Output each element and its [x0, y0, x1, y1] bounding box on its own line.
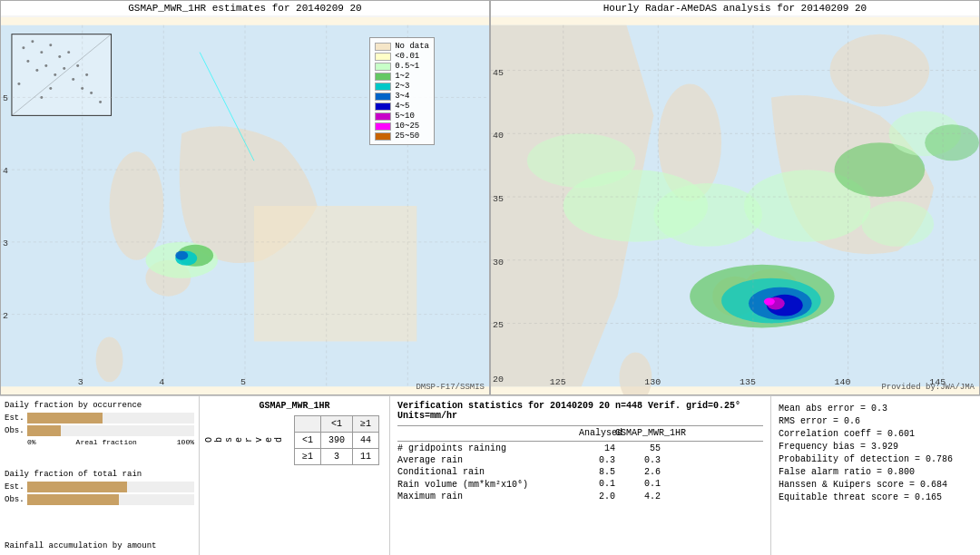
- occurrence-obs-row: Obs.: [5, 425, 194, 436]
- svg-point-67: [925, 124, 979, 161]
- ct-col2-header: ≥1: [353, 416, 379, 433]
- stats-h-gsmap: GSMAP_MWR_1HR: [615, 428, 661, 438]
- stats-val1-4: 2.0: [579, 492, 615, 501]
- stats-row-4: Maximum rain 2.0 4.2: [397, 492, 763, 501]
- rain-obs-row: Obs.: [5, 494, 194, 505]
- legend-color-05: [375, 63, 391, 71]
- svg-point-66: [861, 201, 934, 247]
- stats-header-row: Analysed GSMAP_MWR_1HR: [397, 428, 763, 438]
- legend-color-4: [375, 102, 391, 111]
- svg-point-13: [54, 73, 56, 76]
- rstat-5: False alarm ratio = 0.800: [779, 467, 973, 477]
- right-map-title: Hourly Radar-AMeDAS analysis for 2014020…: [491, 1, 979, 15]
- stats-val1-3: 0.1: [579, 479, 615, 490]
- svg-point-12: [44, 64, 47, 67]
- rain-obs-bar: [27, 494, 194, 505]
- svg-point-15: [72, 78, 74, 81]
- legend-color-5: [375, 112, 391, 121]
- rain-est-label: Est.: [5, 482, 27, 492]
- bottom-left-charts: Daily fraction by occurrence Est. Obs. 0…: [0, 396, 200, 555]
- legend-item-nodata: No data: [375, 42, 429, 51]
- stats-val1-0: 14: [579, 443, 615, 453]
- ver-stats-title: Verification statistics for 20140209 20 …: [397, 401, 763, 421]
- stats-h-blank: [397, 428, 579, 438]
- legend-color-1: [375, 73, 391, 81]
- svg-point-19: [67, 51, 70, 54]
- rain-est-bar: [27, 482, 194, 492]
- legend-item-3: 3~4: [375, 92, 429, 101]
- right-map-panel: Hourly Radar-AMeDAS analysis for 2014020…: [490, 0, 980, 395]
- stats-val1-2: 8.5: [579, 467, 615, 477]
- occurrence-obs-bar: [27, 425, 194, 436]
- stats-divider: [397, 425, 763, 426]
- rstat-3: Frequency bias = 3.929: [779, 442, 973, 452]
- occurrence-est-row: Est.: [5, 413, 194, 424]
- rain-est-row: Est.: [5, 482, 194, 492]
- stats-label-2: Conditional rain: [397, 467, 579, 477]
- rain-obs-label: Obs.: [5, 495, 27, 504]
- svg-point-1: [110, 151, 164, 260]
- ct-val-r1c2: 44: [353, 433, 379, 449]
- legend-color-10: [375, 122, 391, 131]
- svg-point-7: [40, 51, 43, 54]
- ct-row2-label: ≥1: [294, 449, 320, 465]
- legend-item-10: 10~25: [375, 122, 429, 131]
- legend-item-1: 1~2: [375, 72, 429, 81]
- left-map-bg: DMSP-F16/SSMIS ANAL: [1, 17, 489, 394]
- legend-label-2: 2~3: [395, 82, 409, 91]
- occurrence-est-label: Est.: [5, 414, 27, 423]
- obs-vertical-label: Observed: [204, 437, 284, 443]
- legend-color-001: [375, 53, 391, 61]
- ct-blank: [294, 416, 320, 433]
- rain-est-fill: [27, 482, 127, 492]
- bottom-panel: Daily fraction by occurrence Est. Obs. 0…: [0, 396, 980, 555]
- rstat-4: Probability of detection = 0.786: [779, 454, 973, 464]
- right-map-bg: 125 130 135 140 145 45 40 35 30 25 20 Pr…: [491, 17, 979, 394]
- svg-point-24: [49, 87, 52, 90]
- svg-point-3: [96, 336, 123, 382]
- legend-item-2: 2~3: [375, 82, 429, 91]
- legend-label-5: 5~10: [395, 112, 415, 121]
- svg-point-5: [22, 46, 24, 49]
- legend-color-3: [375, 92, 391, 101]
- occurrence-est-fill: [27, 413, 103, 424]
- legend-item-25: 25~50: [375, 131, 429, 141]
- legend-item-001: <0.01: [375, 52, 429, 61]
- ct-row2: ≥1 3 11: [294, 449, 378, 465]
- stats-divider2: [397, 441, 763, 442]
- occurrence-obs-label: Obs.: [5, 426, 27, 435]
- svg-text:40: 40: [493, 131, 504, 141]
- svg-point-18: [17, 83, 20, 85]
- rstat-1: RMS error = 0.6: [779, 416, 973, 426]
- occurrence-est-bar: [27, 413, 194, 424]
- verification-stats: Verification statistics for 20140209 20 …: [390, 396, 771, 555]
- svg-text:20: 20: [493, 375, 504, 385]
- rain-obs-fill: [27, 494, 119, 505]
- svg-text:5: 5: [240, 377, 246, 387]
- svg-point-65: [527, 133, 636, 188]
- rstat-0: Mean abs error = 0.3: [779, 404, 973, 414]
- legend-color-nodata: [375, 43, 391, 51]
- ct-val-r1c1: 390: [320, 433, 352, 449]
- svg-text:35: 35: [493, 194, 504, 204]
- ct-val-r2c1: 3: [320, 449, 352, 465]
- stats-row-3: Rain volume (mm*km²x10⁶) 0.1 0.1: [397, 479, 763, 490]
- stats-label-1: Average rain: [397, 455, 579, 465]
- stats-label-0: # gridpoints raining: [397, 443, 579, 453]
- chart3-title: Rainfall accumulation by amount: [5, 541, 194, 550]
- svg-point-17: [90, 92, 93, 94]
- left-map-panel: GSMAP_MWR_1HR estimates for 20140209 20 …: [0, 0, 490, 395]
- right-map-svg: 125 130 135 140 145 45 40 35 30 25 20: [491, 17, 979, 394]
- stats-label-4: Maximum rain: [397, 492, 579, 501]
- svg-point-64: [764, 298, 775, 306]
- svg-text:140: 140: [835, 377, 851, 387]
- ct-col1-header: <1: [320, 416, 352, 433]
- contingency-table-section: GSMAP_MWR_1HR Observed <1 ≥1 <1 390 44: [200, 396, 390, 555]
- svg-text:3: 3: [78, 377, 83, 387]
- chart1-axis-label: Areal fraction: [76, 438, 137, 446]
- legend-label-nodata: No data: [395, 42, 429, 51]
- chart2-title: Daily fraction of total rain: [5, 470, 194, 479]
- left-map-watermark: DMSP-F17/SSMIS: [416, 383, 485, 392]
- svg-point-6: [31, 40, 34, 43]
- legend-color-2: [375, 83, 391, 91]
